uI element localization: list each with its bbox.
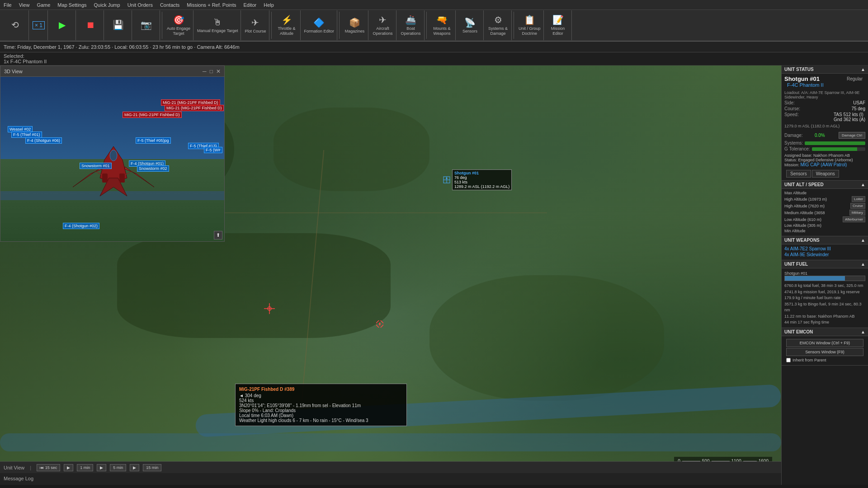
toolbar-systems[interactable]: ⚙ Systems &Damage xyxy=(485,10,512,40)
map-container[interactable]: 3D View ─ □ ✕ xyxy=(0,66,781,485)
menu-view[interactable]: View xyxy=(19,2,30,8)
toolbar-rewind[interactable]: ⟲ xyxy=(2,10,29,40)
unit-fuel-section: UNIT FUEL ▲ Shotgun #01 6760.8 kg total … xyxy=(782,260,868,328)
unit-emcon-header[interactable]: UNIT EMCON ▲ xyxy=(782,328,868,336)
loadout-text: Loadout: A/A: AIM-7E Sparrow III, AIM-9E… xyxy=(784,89,865,100)
toolbar-magazines[interactable]: 📦 Magazines xyxy=(341,10,368,40)
fuel-bar-container: Shotgun #01 xyxy=(784,271,865,281)
interval-1min[interactable]: 1 min xyxy=(77,464,93,471)
enemy-unit-marker[interactable] xyxy=(376,320,383,328)
selected-bar: Selected: 1x F-4C Phantom II xyxy=(0,52,868,66)
unit-tab-buttons: Sensors Weapons xyxy=(784,169,865,178)
toolbar-throttle[interactable]: ⚡ Throttle &Altitude xyxy=(274,10,301,40)
alt-cruise-btn[interactable]: Cruise xyxy=(850,203,865,209)
menu-file[interactable]: File xyxy=(4,2,12,8)
map-unit-shotgun01[interactable]: Shotgun #01 76 deg 513 kts 1289.2 m ASL … xyxy=(443,169,512,190)
weapons-tab[interactable]: Weapons xyxy=(812,170,839,178)
toolbar-plot-course[interactable]: ✈ Plot Course xyxy=(242,10,269,40)
alt-loiter-btn[interactable]: Loiter xyxy=(852,196,865,202)
mission-link[interactable]: MIG CAP (AAW Patrol) xyxy=(801,162,847,167)
course-value: 75 deg xyxy=(851,106,865,111)
toolbar-aircraft-ops[interactable]: ✈ AircraftOperations xyxy=(369,10,396,40)
unit-weapons-section: UNIT WEAPONS ▲ 4x AIM-7E2 Sparrow III 4x… xyxy=(782,236,868,260)
toolbar-mission-editor[interactable]: 📝 MissionEditor xyxy=(545,10,572,40)
unit-label-fw[interactable]: F-5 (W# xyxy=(204,147,222,153)
interval-15min[interactable]: 15 min xyxy=(143,464,161,471)
toolbar-save[interactable]: 💾 xyxy=(105,10,132,40)
sensors-label: Sensors xyxy=(462,29,477,34)
menu-bar: File View Game Map Settings Quick Jump U… xyxy=(0,0,868,10)
crosshair-marker xyxy=(264,303,275,315)
unit-type[interactable]: F-4C Phantom II xyxy=(784,82,865,89)
weapon-aim7[interactable]: 4x AIM-7E2 Sparrow III xyxy=(784,246,865,251)
toolbar-stop[interactable]: ⏹ xyxy=(77,10,104,40)
alt-afterburner-btn[interactable]: Afterburner xyxy=(843,216,865,222)
interval-play2[interactable]: ▶ xyxy=(97,464,106,471)
toolbar-manual-engage[interactable]: 🖱 Manual Engage Target xyxy=(194,10,241,40)
weapon-aim9[interactable]: 4x AIM-9E Sidewinder xyxy=(784,252,865,257)
systems-label: Systems &Damage xyxy=(488,26,508,36)
unit-weapons-header[interactable]: UNIT WEAPONS ▲ xyxy=(782,236,868,244)
toolbar-mounts[interactable]: 🔫 Mounts &Weapons xyxy=(429,10,456,40)
unit-label-shotgun06[interactable]: F-4 (Shotgun #06) xyxy=(25,137,62,144)
menu-help[interactable]: Help xyxy=(264,2,274,8)
mission-row: Mission: MIG CAP (AAW Patrol) xyxy=(784,162,865,167)
unit-fuel-header[interactable]: UNIT FUEL ▲ xyxy=(782,260,868,268)
emcon-window-btn[interactable]: EMCON Window (Ctrl + F9) xyxy=(786,339,863,347)
row-g-tolerance: G Tolerance: xyxy=(784,146,865,151)
unit-status-header[interactable]: UNIT STATUS ▲ xyxy=(782,66,868,74)
menu-game[interactable]: Game xyxy=(37,2,50,8)
toolbar-play[interactable]: ▶ xyxy=(49,10,76,40)
menu-unit-orders[interactable]: Unit Orders xyxy=(127,2,153,8)
unit-label-mig3[interactable]: MiG-21 (MiG-21PF Fishbed D) xyxy=(123,112,182,118)
speed-value: TAS 512 kts (I) Gnd 362 kts (A) xyxy=(834,112,865,122)
interval-play3[interactable]: ▶ xyxy=(130,464,139,471)
unit-doctrine-icon: 📋 xyxy=(524,14,535,25)
auto-engage-icon: 🎯 xyxy=(173,14,184,25)
toolbar-auto-engage[interactable]: 🎯 Auto EngageTarget xyxy=(164,10,193,40)
unit-label-thief01[interactable]: F-5 (Thief #01) xyxy=(11,131,42,138)
toolbar-boat-ops[interactable]: 🚢 BoatOperations xyxy=(397,10,425,40)
alt-military-btn[interactable]: Military xyxy=(849,210,865,216)
tooltip-popup: MiG-21PF Fishbed D #389 ◄ 304 deg 524 kt… xyxy=(235,384,407,426)
toolbar-camera[interactable]: 📷 xyxy=(133,10,160,40)
alt-low1: Low Altitude (610 m) Afterburner xyxy=(784,216,865,222)
menu-editor[interactable]: Editor xyxy=(243,2,256,8)
unit-doctrine-label: Unit / GroupDoctrine xyxy=(519,26,541,36)
alt-low2: Low Altitude (305 m) xyxy=(784,223,865,228)
inherit-checkbox[interactable] xyxy=(786,358,791,362)
time-bar: Time: Friday, December 1, 1967 · Zulu: 2… xyxy=(0,42,868,52)
view-3d-close[interactable]: ✕ xyxy=(216,68,221,75)
menu-quick-jump[interactable]: Quick Jump xyxy=(94,2,120,8)
menu-map-settings[interactable]: Map Settings xyxy=(57,2,86,8)
toolbar-formation[interactable]: 🔷 Formation Editor xyxy=(302,10,338,40)
view-3d-maximize[interactable]: □ xyxy=(210,68,213,75)
toolbar-sensors[interactable]: 📡 Sensors xyxy=(457,10,484,40)
mission-editor-label: MissionEditor xyxy=(551,26,565,36)
unit-label-thief05[interactable]: F-5 (Thief #05)pg xyxy=(136,137,171,144)
assigned-base-row: Assigned base: Nakhon Phanom AB xyxy=(784,153,865,158)
view-3d-minimize[interactable]: ─ xyxy=(203,68,207,75)
boat-ops-label: BoatOperations xyxy=(401,26,421,36)
sensors-window-btn[interactable]: Sensors Window (F9) xyxy=(786,348,863,356)
unit-alt-speed-header[interactable]: UNIT ALT / SPEED ▲ xyxy=(782,181,868,189)
view-3d-upload-btn[interactable]: ⬆ xyxy=(214,231,222,239)
shotgun01-name: Shotgun #01 xyxy=(454,171,509,175)
interval-5min[interactable]: 5 min xyxy=(110,464,126,471)
menu-contacts[interactable]: Contacts xyxy=(160,2,179,8)
unit-label-snowstorm01[interactable]: Snowstorm #01 xyxy=(80,163,112,169)
menu-missions[interactable]: Missions + Ref. Points xyxy=(187,2,236,8)
aircraft-ops-label: AircraftOperations xyxy=(373,26,393,36)
toolbar-speed[interactable]: × 1 xyxy=(30,10,48,40)
view-3d-controls: ─ □ ✕ xyxy=(201,68,221,75)
sensors-tab[interactable]: Sensors xyxy=(786,170,811,178)
toolbar-unit-doctrine[interactable]: 📋 Unit / GroupDoctrine xyxy=(516,10,544,40)
unit-label-mig2[interactable]: MiG-21 (MiG-21PF Fishbed D) xyxy=(165,105,224,111)
unit-label-snowstorm02[interactable]: Snowstorm #02 xyxy=(137,165,169,172)
unit-label-shotgun02[interactable]: F-4 (Shotgun #02) xyxy=(63,223,99,229)
interval-play1[interactable]: ▶ xyxy=(64,464,73,471)
damage-ctrl-btn[interactable]: Damage Ctrl xyxy=(839,132,865,139)
interval-15sec[interactable]: ⏮ 15 sec xyxy=(37,464,60,471)
view-3d-header: 3D View ─ □ ✕ xyxy=(0,66,224,77)
sep2 xyxy=(271,12,272,39)
